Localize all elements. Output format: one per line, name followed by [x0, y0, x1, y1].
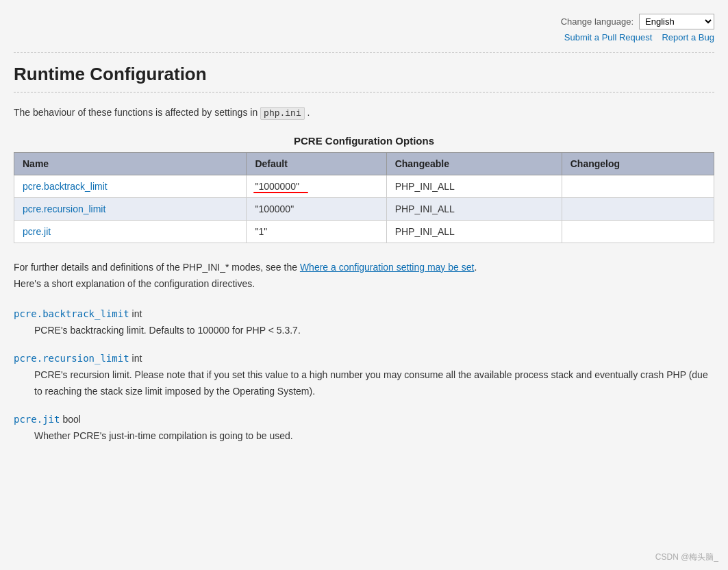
row3-default: "1": [247, 220, 386, 243]
config-table-section: PCRE Configuration Options Name Default …: [14, 135, 714, 243]
directive-jit-heading: pcre.jitbool: [14, 414, 714, 425]
red-underline-decoration: [253, 192, 308, 193]
directive-backtrack-type: int: [132, 308, 142, 319]
title-divider: [14, 92, 714, 92]
directive-jit-desc: Whether PCRE's just-in-time compilation …: [34, 428, 714, 445]
row2-default: "100000": [247, 197, 386, 220]
table-row: pcre.backtrack_limit "1000000" PHP_INI_A…: [14, 175, 714, 197]
directive-jit: pcre.jitbool Whether PCRE's just-in-time…: [14, 414, 714, 445]
directive-backtrack-name: pcre.backtrack_limit: [14, 308, 129, 319]
directive-jit-type: bool: [62, 414, 80, 425]
table-row: pcre.recursion_limit "100000" PHP_INI_AL…: [14, 197, 714, 220]
top-divider: [14, 52, 714, 53]
col-changelog: Changelog: [562, 152, 714, 175]
pcre-recursion-link[interactable]: pcre.recursion_limit: [23, 203, 105, 214]
submit-pr-link[interactable]: Submit a Pull Request: [564, 32, 653, 42]
pcre-jit-link[interactable]: pcre.jit: [23, 226, 51, 237]
directive-recursion-heading: pcre.recursion_limitint: [14, 353, 714, 364]
col-changeable: Changeable: [386, 152, 562, 175]
page-title: Runtime Configuration: [14, 64, 714, 85]
row2-changeable: PHP_INI_ALL: [386, 197, 562, 220]
further-text-1: For further details and definitions of t…: [14, 262, 297, 273]
col-default: Default: [247, 152, 386, 175]
row2-changelog: [562, 197, 714, 220]
row1-changelog: [562, 175, 714, 197]
row2-name: pcre.recursion_limit: [14, 197, 247, 220]
phpini-code: php.ini: [260, 107, 305, 120]
directive-backtrack-heading: pcre.backtrack_limitint: [14, 308, 714, 320]
further-details: For further details and definitions of t…: [14, 260, 714, 293]
config-table: Name Default Changeable Changelog pcre.b…: [14, 152, 714, 243]
row1-default: "1000000": [247, 175, 386, 197]
intro-text-suffix: .: [307, 107, 310, 118]
directive-recursion-name: pcre.recursion_limit: [14, 353, 129, 364]
intro-paragraph: The behaviour of these functions is affe…: [14, 105, 714, 121]
lang-label: Change language:: [561, 16, 633, 27]
row1-name: pcre.backtrack_limit: [14, 175, 247, 197]
table-caption: PCRE Configuration Options: [14, 135, 714, 147]
short-explanation-text: Here's a short explanation of the config…: [14, 276, 714, 293]
report-bug-link[interactable]: Report a Bug: [662, 32, 714, 42]
table-row: pcre.jit "1" PHP_INI_ALL: [14, 220, 714, 243]
directive-jit-name: pcre.jit: [14, 414, 60, 425]
directive-recursion: pcre.recursion_limitint PCRE's recursion…: [14, 353, 714, 400]
directive-backtrack: pcre.backtrack_limitint PCRE's backtrack…: [14, 308, 714, 339]
directive-recursion-desc: PCRE's recursion limit. Please note that…: [34, 367, 714, 400]
pcre-backtrack-link[interactable]: pcre.backtrack_limit: [23, 181, 108, 192]
config-setting-link[interactable]: Where a configuration setting may be set: [300, 262, 474, 273]
row1-changeable: PHP_INI_ALL: [386, 175, 562, 197]
intro-text-1: The behaviour of these functions is affe…: [14, 107, 258, 118]
row3-changeable: PHP_INI_ALL: [386, 220, 562, 243]
language-select[interactable]: English German French Japanese Spanish P…: [639, 14, 714, 29]
row3-name: pcre.jit: [14, 220, 247, 243]
directive-recursion-type: int: [132, 353, 142, 364]
row3-changelog: [562, 220, 714, 243]
directive-backtrack-desc: PCRE's backtracking limit. Defaults to 1…: [34, 323, 714, 339]
col-name: Name: [14, 152, 247, 175]
